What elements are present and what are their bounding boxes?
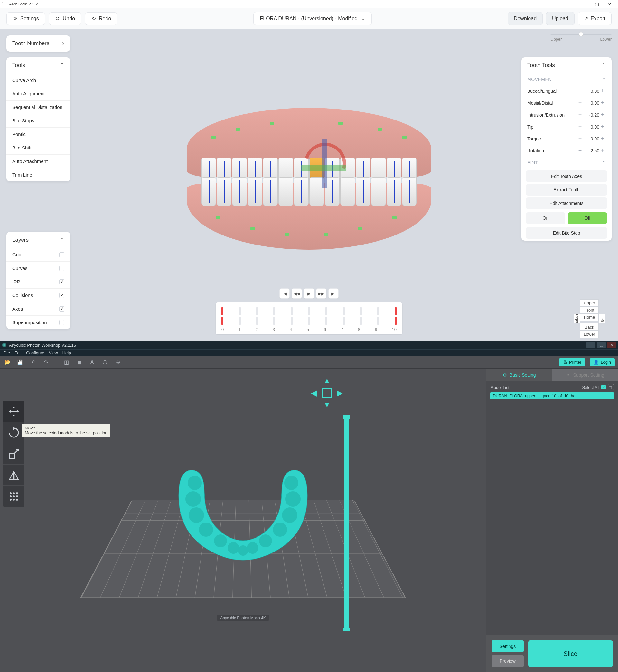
undo-button[interactable]: ↺ Undo bbox=[49, 12, 81, 25]
checkbox-checked-icon[interactable] bbox=[59, 293, 64, 298]
tool-auto-alignment[interactable]: Auto Alignment bbox=[6, 87, 70, 100]
movement-gizmo[interactable] bbox=[304, 143, 346, 191]
nav-down-icon[interactable]: ▼ bbox=[323, 400, 331, 409]
layer-collisions[interactable]: Collisions bbox=[6, 288, 70, 302]
maximize-icon[interactable]: ▢ bbox=[590, 0, 603, 8]
toggle-on[interactable]: On bbox=[526, 212, 565, 224]
layer-curves[interactable]: Curves bbox=[6, 261, 70, 275]
minus-icon[interactable]: − bbox=[577, 99, 583, 106]
orient-front[interactable]: Front bbox=[580, 306, 599, 314]
checkbox-icon[interactable] bbox=[59, 320, 64, 325]
first-button[interactable]: |◀ bbox=[279, 288, 290, 299]
tool-curve-arch[interactable]: Curve Arch bbox=[6, 73, 70, 87]
orient-lower[interactable]: Lower bbox=[580, 330, 599, 338]
plus-icon[interactable]: + bbox=[599, 147, 606, 154]
checkbox-checked-icon[interactable] bbox=[59, 279, 64, 284]
layers-header[interactable]: Layers ⌃ bbox=[6, 232, 70, 248]
tool-auto-attachment[interactable]: Auto Attachment bbox=[6, 154, 70, 168]
download-button[interactable]: Download bbox=[508, 12, 543, 25]
minus-icon[interactable]: − bbox=[577, 123, 583, 130]
menu-configure[interactable]: Configure bbox=[26, 350, 44, 355]
view-cube-icon[interactable]: ◫ bbox=[62, 358, 71, 366]
move-tool[interactable]: Move Move the selected models to the set… bbox=[3, 401, 24, 422]
checkbox-icon[interactable] bbox=[59, 266, 64, 271]
tool-bite-shift[interactable]: Bite Shift bbox=[6, 141, 70, 154]
undo-icon[interactable]: ↶ bbox=[29, 358, 37, 366]
menu-help[interactable]: Help bbox=[63, 350, 71, 355]
mirror-tool[interactable] bbox=[3, 465, 24, 486]
menu-view[interactable]: View bbox=[49, 350, 58, 355]
last-button[interactable]: ▶| bbox=[328, 288, 339, 299]
edit-section[interactable]: EDIT ⌃ bbox=[521, 157, 612, 168]
layer-ipr[interactable]: IPR bbox=[6, 275, 70, 288]
plus-icon[interactable]: + bbox=[599, 99, 606, 106]
select-all-checkbox[interactable]: ✓ bbox=[601, 385, 606, 390]
nav-center[interactable] bbox=[322, 388, 331, 398]
tool-sequential-distalization[interactable]: Sequential Distalization bbox=[6, 100, 70, 114]
layer-grid[interactable]: Grid bbox=[6, 248, 70, 261]
tab-basic-setting[interactable]: ⚙ Basic Setting bbox=[486, 368, 552, 382]
close-icon[interactable]: ✕ bbox=[607, 342, 616, 348]
plus-icon[interactable]: + bbox=[599, 88, 606, 94]
movement-section[interactable]: MOVEMENT ⌃ bbox=[521, 73, 612, 85]
delete-icon[interactable]: 🗑 bbox=[608, 384, 614, 391]
redo-button[interactable]: ↻ Redo bbox=[85, 12, 117, 25]
preview-button[interactable]: Preview bbox=[492, 655, 524, 667]
photon-viewport[interactable]: Anycubic Photon Mono 4K ▲ ▼ ◀ ▶ Move bbox=[0, 368, 486, 672]
minus-icon[interactable]: − bbox=[577, 135, 583, 142]
tool-pontic[interactable]: Pontic bbox=[6, 127, 70, 141]
tooth-tools-header[interactable]: Tooth Tools ⌃ bbox=[521, 57, 612, 73]
nav-right-icon[interactable]: ▶ bbox=[337, 389, 342, 398]
minus-icon[interactable]: − bbox=[577, 147, 583, 154]
rewind-button[interactable]: ◀◀ bbox=[292, 288, 302, 299]
upload-button[interactable]: Upload bbox=[546, 12, 575, 25]
aligner-model[interactable] bbox=[166, 457, 320, 567]
login-button[interactable]: 👤Login bbox=[590, 358, 615, 366]
orient-home[interactable]: Home bbox=[580, 314, 599, 321]
settings-button[interactable]: ⚙ Settings bbox=[6, 12, 45, 25]
minimize-icon[interactable]: — bbox=[587, 342, 596, 348]
forward-button[interactable]: ▶▶ bbox=[316, 288, 326, 299]
edit-bite-stop-button[interactable]: Edit Bite Stop bbox=[526, 227, 607, 239]
redo-icon[interactable]: ↷ bbox=[42, 358, 50, 366]
minus-icon[interactable]: − bbox=[577, 111, 583, 118]
orient-left[interactable]: Left bbox=[599, 314, 605, 323]
teeth-3d-viewport[interactable] bbox=[187, 108, 431, 246]
open-icon[interactable]: 📂 bbox=[3, 358, 12, 366]
tooth-numbers-panel[interactable]: Tooth Numbers bbox=[6, 35, 70, 52]
tools-header[interactable]: Tools ⌃ bbox=[6, 57, 70, 73]
toggle-off[interactable]: Off bbox=[568, 212, 607, 224]
layer-axes[interactable]: Axes bbox=[6, 302, 70, 315]
nav-up-icon[interactable]: ▲ bbox=[323, 376, 331, 385]
extract-tooth-button[interactable]: Extract Tooth bbox=[526, 184, 607, 195]
printer-button[interactable]: 🖶Printer bbox=[559, 358, 585, 366]
layer-slider[interactable] bbox=[344, 417, 349, 629]
menu-edit[interactable]: Edit bbox=[14, 350, 21, 355]
plus-icon[interactable]: + bbox=[599, 135, 606, 142]
scale-tool[interactable] bbox=[3, 443, 24, 465]
edit-attachments-button[interactable]: Edit Attachments bbox=[526, 197, 607, 209]
punch-icon[interactable]: ⊕ bbox=[114, 358, 122, 366]
plus-icon[interactable]: + bbox=[599, 111, 606, 118]
plus-icon[interactable]: + bbox=[599, 123, 606, 130]
arrange-tool[interactable] bbox=[3, 486, 24, 507]
checkbox-icon[interactable] bbox=[59, 252, 64, 257]
text-icon[interactable]: A bbox=[88, 358, 96, 366]
layer-superimposition[interactable]: Superimposition bbox=[6, 315, 70, 329]
settings-button[interactable]: Settings bbox=[492, 641, 524, 652]
upper-lower-slider[interactable]: Upper Lower bbox=[550, 33, 612, 41]
close-icon[interactable]: ✕ bbox=[603, 0, 616, 8]
orient-back[interactable]: Back bbox=[580, 323, 599, 331]
project-selector[interactable]: FLORA DURAN - (Unversioned) - Modified ⌄ bbox=[253, 12, 372, 25]
rotate-tool[interactable] bbox=[3, 422, 24, 443]
timeline-strip[interactable]: 0 1 2 3 4 5 6 7 8 9 10 bbox=[216, 303, 402, 334]
orient-upper[interactable]: Upper bbox=[580, 299, 599, 307]
orient-right[interactable]: Right bbox=[574, 314, 580, 323]
slice-button[interactable]: Slice bbox=[528, 641, 613, 667]
minimize-icon[interactable]: — bbox=[578, 0, 590, 8]
tab-support-setting[interactable]: ⛭ Support Setting bbox=[552, 368, 618, 382]
maximize-icon[interactable]: ▢ bbox=[597, 342, 606, 348]
model-item[interactable]: DURAN_FLORA_upper_aligner_10_of_10_hori bbox=[490, 392, 614, 400]
view-solid-icon[interactable]: ◼ bbox=[75, 358, 83, 366]
tool-bite-stops[interactable]: Bite Stops bbox=[6, 114, 70, 127]
